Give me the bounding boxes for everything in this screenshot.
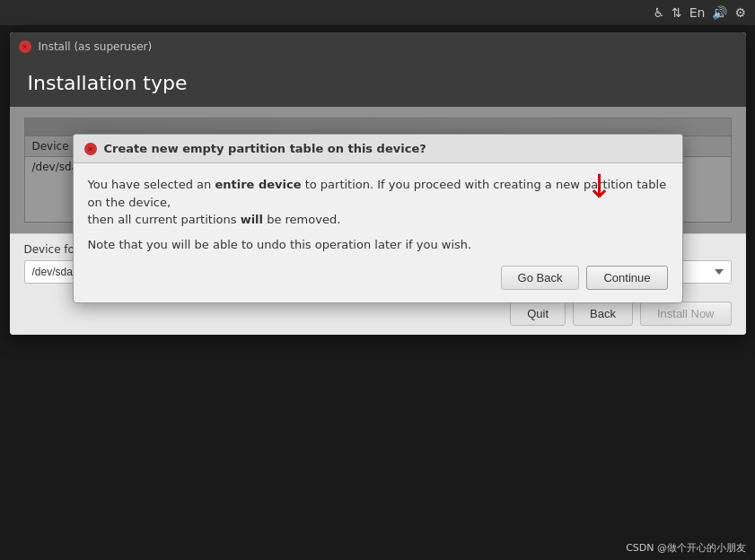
dialog-title-bar: × Create new empty partition table on th… — [74, 135, 682, 163]
red-arrow-icon: ↓ — [585, 168, 612, 205]
accessibility-icon[interactable]: ♿ — [653, 5, 664, 20]
dialog-note: Note that you will be able to undo this … — [88, 238, 668, 251]
dialog-close-button[interactable]: × — [84, 143, 97, 155]
window-title: Install (as superuser) — [39, 40, 153, 53]
close-button[interactable]: × — [19, 40, 31, 53]
page-title: Installation type — [28, 72, 728, 94]
system-bar: ♿ ⇅ En 🔊 ⚙ — [0, 0, 755, 25]
language-icon[interactable]: En — [689, 5, 706, 20]
back-button[interactable]: Back — [573, 302, 633, 326]
content-area: Device Type Mount point Format? Size Use… — [10, 107, 746, 233]
page-header: Installation type — [10, 61, 746, 107]
continue-button[interactable]: Continue — [586, 266, 667, 290]
dialog-title: Create new empty partition table on this… — [104, 142, 426, 155]
dialog: × Create new empty partition table on th… — [73, 134, 683, 303]
install-now-button[interactable]: Install Now — [640, 302, 732, 326]
volume-icon[interactable]: 🔊 — [712, 5, 727, 20]
quit-button[interactable]: Quit — [510, 302, 566, 326]
go-back-button[interactable]: Go Back — [501, 266, 580, 290]
dialog-message: You have selected an entire device to pa… — [88, 176, 668, 229]
dialog-overlay: × Create new empty partition table on th… — [10, 107, 746, 233]
main-window: × Install (as superuser) Installation ty… — [10, 32, 746, 335]
settings-icon[interactable]: ⚙ — [734, 5, 746, 20]
dialog-buttons: Go Back Continue — [88, 266, 668, 290]
title-bar: × Install (as superuser) — [10, 32, 746, 61]
watermark: CSDN @做个开心的小朋友 — [626, 541, 746, 555]
network-icon[interactable]: ⇅ — [672, 5, 682, 20]
